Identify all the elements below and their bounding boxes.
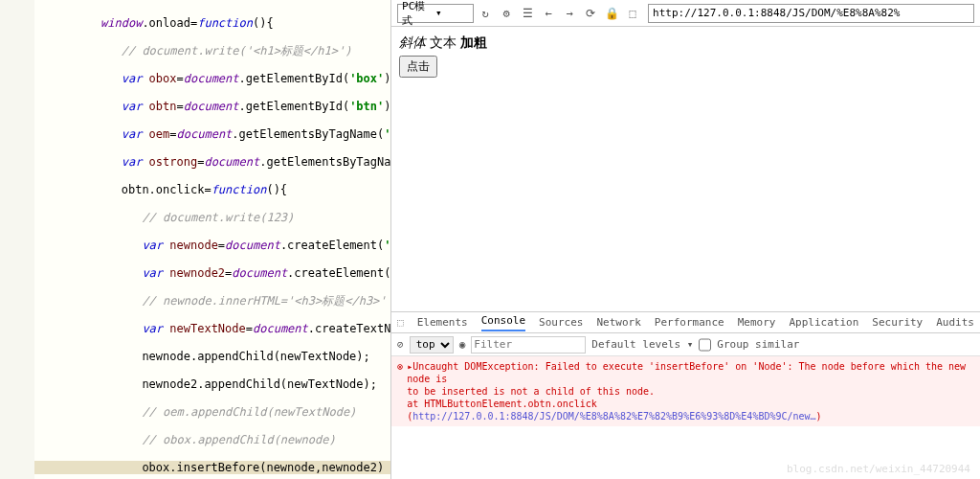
page-preview: 斜体 文本 加粗 点击 <box>391 27 980 311</box>
browser-panel: PC模式▾ ↻ ⚙ ☰ ← → ⟳ 🔒 ⬚ http://127.0.0.1:8… <box>391 0 980 479</box>
levels-select[interactable]: Default levels ▾ <box>591 338 693 351</box>
tab-application[interactable]: Application <box>789 316 858 329</box>
reload-icon[interactable]: ⟳ <box>581 4 600 23</box>
tab-elements[interactable]: Elements <box>417 316 468 329</box>
clear-icon[interactable]: ⊘ <box>397 338 404 351</box>
code-editor[interactable]: window.onload=function(){ // document.wr… <box>0 0 391 479</box>
strong-text: 加粗 <box>460 34 487 50</box>
menu-icon[interactable]: ☰ <box>518 4 537 23</box>
tab-audits[interactable]: Audits <box>936 316 974 329</box>
back-icon[interactable]: ← <box>539 4 558 23</box>
tab-sources[interactable]: Sources <box>539 316 583 329</box>
popout-icon[interactable]: ⬚ <box>623 4 642 23</box>
refresh-icon[interactable]: ↻ <box>476 4 495 23</box>
group-label: Group similar <box>717 338 799 351</box>
tab-performance[interactable]: Performance <box>655 316 724 329</box>
browser-toolbar: PC模式▾ ↻ ⚙ ☰ ← → ⟳ 🔒 ⬚ http://127.0.0.1:8… <box>391 0 980 27</box>
chevron-down-icon: ▾ <box>435 7 469 19</box>
forward-icon[interactable]: → <box>560 4 579 23</box>
mode-select[interactable]: PC模式▾ <box>397 4 474 23</box>
error-link[interactable]: http://127.0.0.1:8848/JS/DOM/%E8%8A%82%E… <box>412 411 815 422</box>
code-content: window.onload=function(){ // document.wr… <box>0 0 390 479</box>
lock-icon[interactable]: 🔒 <box>602 4 621 23</box>
url-bar[interactable]: http://127.0.0.1:8848/JS/DOM/%E8%8A%82% <box>648 4 974 23</box>
line-gutter <box>0 0 34 479</box>
em-text: 斜体 <box>399 34 426 50</box>
console-bar: ⊘ top ◉ Default levels ▾ Group similar <box>391 333 980 356</box>
eye-icon[interactable]: ◉ <box>459 338 466 351</box>
tab-memory[interactable]: Memory <box>738 316 776 329</box>
tab-security[interactable]: Security <box>872 316 923 329</box>
watermark: blog.csdn.net/weixin_44720944 <box>787 463 970 475</box>
click-button[interactable]: 点击 <box>399 56 437 78</box>
plain-text: 文本 <box>430 34 457 50</box>
tab-network[interactable]: Network <box>596 316 640 329</box>
devtools: ⬚ Elements Console Sources Network Perfo… <box>391 311 980 479</box>
devtools-tabs: ⬚ Elements Console Sources Network Perfo… <box>391 312 980 333</box>
inspect-icon[interactable]: ⬚ <box>397 316 404 329</box>
filter-input[interactable] <box>471 336 586 354</box>
console-error: ⊗ ▸Uncaught DOMException: Failed to exec… <box>391 356 980 426</box>
context-select[interactable]: top <box>410 336 454 354</box>
tab-console[interactable]: Console <box>481 314 525 331</box>
error-icon: ⊗ <box>397 360 403 422</box>
gear-icon[interactable]: ⚙ <box>497 4 516 23</box>
group-checkbox[interactable] <box>699 336 711 354</box>
